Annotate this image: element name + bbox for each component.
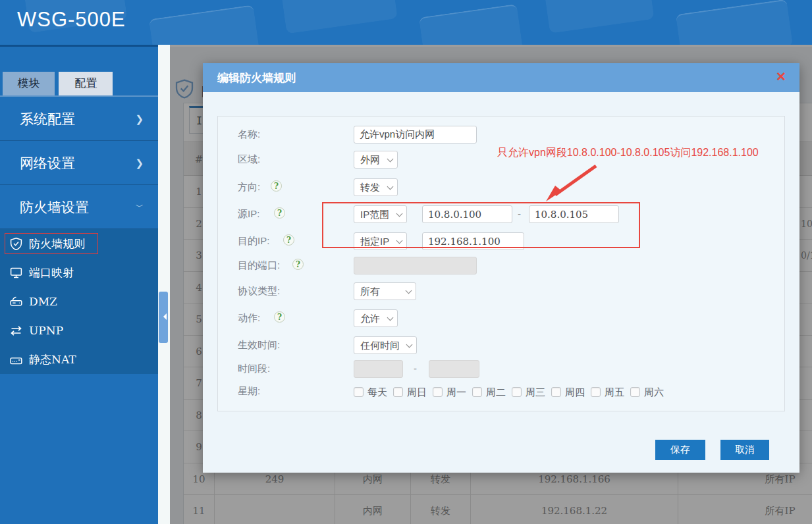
firewall-submenu: 防火墙规则 端口映射 DMZ	[0, 229, 158, 374]
chevron-down-icon	[387, 315, 394, 321]
edit-firewall-rule-dialog: 编辑防火墙规则 ✕ 名称: 区域: 外网 方向: ? 转发 源IP: ?	[203, 63, 799, 473]
source-ip-label: 源IP:	[238, 208, 259, 221]
source-ip-mode-select[interactable]: IP范围	[354, 205, 407, 223]
router-icon	[9, 295, 23, 309]
rule-form: 名称: 区域: 外网 方向: ? 转发 源IP: ? IP范围	[217, 116, 785, 411]
source-ip-to-input[interactable]	[529, 205, 619, 223]
nat-device-icon	[9, 353, 23, 367]
chevron-down-icon	[396, 238, 403, 244]
sidebar-gutter	[158, 45, 170, 524]
help-icon[interactable]: ?	[274, 311, 285, 323]
action-select[interactable]: 允许	[354, 309, 398, 327]
submenu-label: DMZ	[29, 295, 57, 308]
range-dash: -	[414, 363, 417, 374]
submenu-label: 静态NAT	[29, 353, 76, 366]
collapse-left-icon	[160, 313, 167, 320]
close-icon[interactable]: ✕	[773, 69, 789, 85]
help-icon[interactable]: ?	[292, 259, 304, 270]
protocol-value: 所有	[360, 286, 380, 297]
action-value: 允许	[360, 313, 380, 324]
menu-label: 系统配置	[20, 111, 75, 126]
day-label: 周日	[407, 386, 427, 398]
name-label: 名称:	[238, 128, 260, 141]
dest-ip-input[interactable]	[422, 232, 524, 250]
chevron-down-icon	[396, 211, 403, 217]
menu-label: 网络设置	[20, 155, 75, 170]
annotation-text: 只允许vpn网段10.8.0.100-10.8.0.105访问192.168.1…	[497, 146, 787, 160]
time-from-input	[354, 360, 403, 378]
swap-arrows-icon	[9, 324, 23, 338]
source-ip-mode-value: IP范围	[360, 209, 389, 220]
submenu-label: UPNP	[29, 324, 63, 337]
chevron-down-icon: ﹀	[136, 185, 144, 229]
help-icon[interactable]: ?	[274, 207, 285, 219]
action-label: 动作:	[238, 312, 260, 325]
keyboard-decoration	[544, 0, 654, 34]
keyboard-decoration	[676, 0, 793, 45]
day-label: 周六	[644, 386, 664, 398]
day-checkbox[interactable]	[591, 387, 601, 397]
dest-port-input	[354, 257, 477, 275]
schedule-value: 任何时间	[360, 340, 400, 351]
time-range-label: 时间段:	[238, 363, 270, 375]
keyboard-decoration	[281, 0, 398, 34]
app-header: WSG-500E	[0, 0, 812, 45]
shield-check-icon	[9, 237, 23, 251]
week-checkbox-group: 每天 周日 周一 周二 周三 周四 周五 周六	[354, 382, 775, 401]
day-checkbox[interactable]	[354, 387, 364, 397]
help-icon[interactable]: ?	[271, 180, 282, 192]
direction-select[interactable]: 转发	[354, 178, 398, 196]
zone-select[interactable]: 外网	[354, 151, 398, 169]
keyboard-decoration	[149, 5, 259, 45]
day-checkbox[interactable]	[472, 387, 482, 397]
day-checkbox[interactable]	[433, 387, 443, 397]
day-checkbox[interactable]	[512, 387, 522, 397]
direction-value: 转发	[360, 182, 380, 193]
app-title: WSG-500E	[17, 8, 126, 32]
sidebar-item-dmz[interactable]: DMZ	[0, 287, 158, 316]
dialog-header: 编辑防火墙规则 ✕	[203, 63, 799, 92]
help-icon[interactable]: ?	[283, 234, 294, 246]
protocol-label: 协议类型:	[238, 285, 280, 298]
sidebar-tab-modules[interactable]: 模块	[3, 72, 55, 95]
time-to-input	[429, 360, 479, 378]
cancel-button[interactable]: 取消	[720, 440, 769, 460]
schedule-label: 生效时间:	[238, 339, 280, 352]
name-input[interactable]	[354, 126, 477, 144]
range-dash: -	[518, 208, 521, 219]
sidebar-collapse-handle[interactable]	[159, 292, 168, 343]
sidebar-item-static-nat[interactable]: 静态NAT	[0, 345, 158, 374]
monitor-icon	[9, 266, 23, 280]
sidebar-item-upnp[interactable]: UPNP	[0, 316, 158, 345]
dest-ip-mode-value: 指定IP	[360, 236, 389, 247]
direction-label: 方向:	[238, 181, 260, 194]
day-checkbox[interactable]	[393, 387, 403, 397]
source-ip-from-input[interactable]	[422, 205, 512, 223]
save-button[interactable]: 保存	[655, 440, 705, 460]
keyboard-decoration	[419, 4, 523, 45]
submenu-label: 防火墙规则	[29, 237, 85, 250]
chevron-right-icon: ❯	[135, 97, 144, 141]
sidebar-item-port-mapping[interactable]: 端口映射	[0, 258, 158, 287]
day-label: 周二	[486, 386, 506, 398]
day-checkbox[interactable]	[551, 387, 561, 397]
chevron-right-icon: ❯	[135, 141, 144, 185]
dialog-title: 编辑防火墙规则	[217, 70, 296, 86]
submenu-label: 端口映射	[29, 266, 74, 279]
menu-label: 防火墙设置	[20, 199, 89, 215]
sidebar-item-firewall-settings[interactable]: 防火墙设置 ﹀	[0, 185, 158, 229]
zone-value: 外网	[360, 154, 380, 165]
day-label: 周五	[605, 386, 624, 398]
chevron-down-icon	[387, 184, 394, 190]
schedule-select[interactable]: 任何时间	[354, 336, 417, 354]
sidebar-item-firewall-rules[interactable]: 防火墙规则	[0, 229, 158, 258]
sidebar: 模块 配置 系统配置 ❯ 网络设置 ❯ 防火墙设置 ﹀ 防火墙规则	[0, 45, 158, 524]
dest-ip-mode-select[interactable]: 指定IP	[354, 232, 407, 250]
sidebar-item-system-config[interactable]: 系统配置 ❯	[0, 97, 158, 141]
protocol-select[interactable]: 所有	[354, 282, 416, 300]
dest-ip-label: 目的IP:	[238, 235, 269, 248]
sidebar-tab-config[interactable]: 配置	[59, 72, 113, 95]
sidebar-item-network-settings[interactable]: 网络设置 ❯	[0, 141, 158, 185]
day-checkbox[interactable]	[630, 387, 640, 397]
day-label: 周四	[565, 386, 585, 398]
